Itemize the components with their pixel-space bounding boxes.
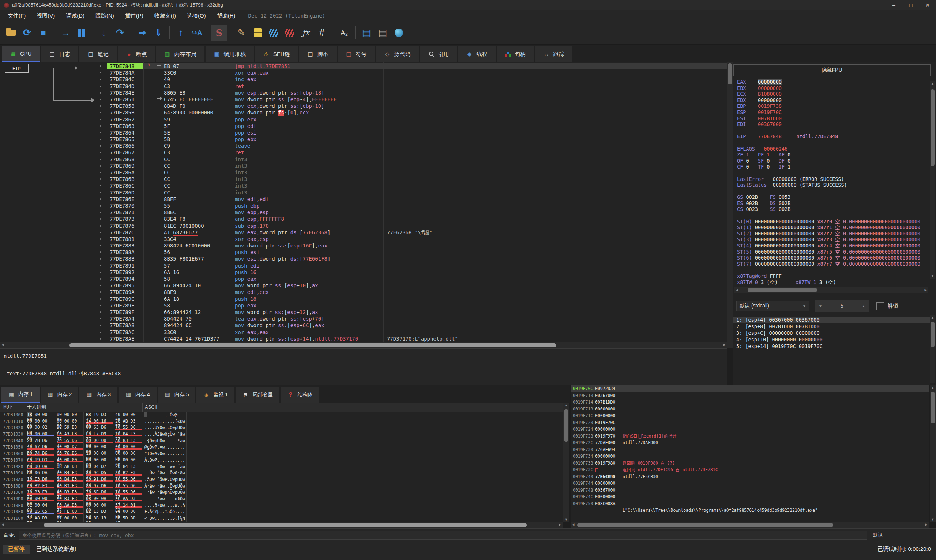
scrollbar-thumb[interactable] bbox=[577, 523, 833, 527]
breakpoint-gutter[interactable] bbox=[0, 335, 107, 342]
scrollbar-thumb[interactable] bbox=[728, 63, 732, 85]
minimize-button[interactable]: – bbox=[885, 0, 902, 10]
memory-map-button[interactable]: ▤ bbox=[375, 25, 391, 41]
breakpoint-gutter[interactable] bbox=[0, 176, 107, 182]
call-argument-row[interactable]: 5: [esp+14] 0019F70C 0019F70C bbox=[733, 343, 930, 349]
stack-row[interactable]: 0019F730 776AE694 bbox=[571, 446, 929, 453]
step-into-button[interactable]: ↓ bbox=[96, 25, 112, 41]
pause-button[interactable] bbox=[74, 25, 89, 41]
stack-row[interactable]: 0019F738 0019F980 返回到 0019F980 自 ??? bbox=[571, 460, 929, 467]
stack-row[interactable]: 0019F750 008C008A bbox=[571, 500, 929, 508]
tab-struct[interactable]: ? 结构体 bbox=[281, 387, 319, 403]
scrollbar-thumb[interactable] bbox=[69, 343, 556, 347]
breakpoint-gutter[interactable] bbox=[0, 196, 107, 203]
disasm-row[interactable]: 77DE7883 898424 6C010000 mov dword ptr s… bbox=[0, 242, 727, 249]
trace-coverage-into-button[interactable] bbox=[265, 25, 282, 41]
tab-notes[interactable]: ▤ 笔记 bbox=[79, 46, 117, 62]
expression-function-button[interactable]: ƒx bbox=[298, 25, 314, 41]
scrollbar-thumb[interactable] bbox=[930, 89, 934, 166]
dump-row[interactable]: 77D31100 3C A8 D3 77 01 00 00 00 9A 8B 1… bbox=[0, 515, 563, 522]
scrollbar-thumb[interactable] bbox=[748, 288, 817, 292]
step-out-button[interactable]: ↑ bbox=[173, 25, 189, 41]
tab-locals[interactable]: ⚑ 局部变量 bbox=[236, 387, 279, 403]
dump-row[interactable]: 77D310A0 10 E3 D6 77 20 B4 E3 77 50 91 D… bbox=[0, 477, 563, 483]
disasm-row[interactable]: 77DE7892 6A 16 push 16 bbox=[0, 269, 727, 275]
breakpoint-gutter[interactable] bbox=[0, 275, 107, 282]
disasm-row[interactable]: 77DE78AE C74424 14 7071D377 mov dword pt… bbox=[0, 335, 727, 342]
tab-threads[interactable]: ◆ 线程 bbox=[458, 46, 496, 62]
dump-row[interactable]: 77D31040 20 7B D6 77 70 55 D6 77 00 00 0… bbox=[0, 438, 563, 445]
disasm-row[interactable]: 77DE786C CC int3 bbox=[0, 182, 727, 189]
breakpoint-gutter[interactable] bbox=[0, 315, 107, 322]
disasm-row[interactable]: 77DE788B 8B35 F801E677 mov esi,dword ptr… bbox=[0, 255, 727, 262]
breakpoint-gutter[interactable] bbox=[0, 296, 107, 302]
disasm-row[interactable]: 77DE786B CC int3 bbox=[0, 176, 727, 182]
disasm-row[interactable]: 77DE7870 55 push ebp bbox=[0, 203, 727, 209]
breakpoint-gutter[interactable] bbox=[0, 263, 107, 269]
tab-handles[interactable]: 句柄 bbox=[497, 46, 534, 62]
breakpoint-gutter[interactable] bbox=[0, 143, 107, 149]
stack-row[interactable]: 0019F740 77E5CB30 ntdll.77E5CB30 bbox=[571, 473, 929, 480]
arg-depth-spinner[interactable]: ▼ 5 ▲ bbox=[814, 300, 870, 312]
assemble-button[interactable]: ✎ bbox=[233, 25, 250, 41]
memory-dump-view[interactable]: 地址 十六进制 ASCII 77D31000 18 00 00 00 00 00… bbox=[0, 403, 563, 522]
stack-vscrollbar[interactable]: ▲ ▼ bbox=[930, 385, 936, 522]
menu-help[interactable]: 帮助(H) bbox=[211, 12, 241, 19]
breakpoint-gutter[interactable] bbox=[0, 255, 107, 262]
tab-dump-4[interactable]: ▦ 内存 4 bbox=[119, 387, 157, 403]
disasm-row[interactable]: 77DE7865 5B pop ebx bbox=[0, 136, 727, 143]
tab-script[interactable]: ▤ 脚本 bbox=[299, 46, 336, 62]
breakpoint-gutter[interactable] bbox=[0, 209, 107, 216]
comment-button[interactable] bbox=[250, 25, 265, 41]
stack-view[interactable]: 0019F70C 00972D34 0019F710 00367000 0019… bbox=[571, 385, 929, 522]
breakpoint-gutter[interactable] bbox=[0, 302, 107, 309]
scrollbar-thumb[interactable] bbox=[44, 523, 527, 527]
menu-trace[interactable]: 跟踪(N) bbox=[90, 12, 120, 19]
dump-row[interactable]: 77D31020 00 00 02 00 DC 59 D3 77 00 63 D… bbox=[0, 425, 563, 431]
breakpoint-gutter[interactable] bbox=[0, 156, 107, 163]
disasm-row[interactable]: 77DE78A4 8D4424 70 lea eax,dword ptr ss:… bbox=[0, 315, 727, 322]
call-argument-row[interactable]: 4: [esp+10] 00000000 00000000 bbox=[733, 336, 930, 343]
breakpoint-gutter[interactable] bbox=[0, 329, 107, 335]
text-case-button[interactable]: A₂ bbox=[336, 25, 352, 41]
disasm-vscrollbar[interactable] bbox=[727, 62, 732, 348]
disasm-row[interactable]: 77DE784E 8B65 E8 mov esp,dword ptr ss:[e… bbox=[0, 89, 727, 96]
dump-row[interactable]: 77D31010 00 00 00 00 00 00 00 00 14 00 1… bbox=[0, 418, 563, 425]
call-argument-row[interactable]: 2: [esp+8] 007B1DD0 007B1DD0 bbox=[733, 323, 930, 330]
disasm-row[interactable]: 77DE787C A1 6823E677 mov eax,dword ptr d… bbox=[0, 229, 727, 236]
breakpoint-gutter[interactable] bbox=[0, 109, 107, 116]
disasm-row[interactable]: 77DE7858 8B4D F0 mov ecx,dword ptr ss:[e… bbox=[0, 103, 727, 109]
disassembly-view[interactable]: 77DE7848 EB 07 jmp ntdll.77DE7851 77DE78… bbox=[0, 62, 727, 342]
stack-row[interactable]: 0019F714 007B1DD0 bbox=[571, 399, 929, 406]
menu-plugins[interactable]: 插件(P) bbox=[120, 12, 149, 19]
scrollbar-thumb[interactable] bbox=[564, 409, 568, 442]
hide-fpu-button[interactable]: 隐藏FPU bbox=[733, 64, 930, 76]
menu-debug[interactable]: 调试(D) bbox=[60, 12, 90, 19]
breakpoint-gutter[interactable] bbox=[0, 123, 107, 129]
breakpoint-gutter[interactable] bbox=[0, 249, 107, 255]
breakpoint-gutter[interactable] bbox=[0, 289, 107, 295]
dump-row[interactable]: 77D31050 40 67 D6 77 50 08 D7 77 00 00 0… bbox=[0, 444, 563, 451]
stack-row[interactable]: 0019F74C 00000000 bbox=[571, 494, 929, 500]
registers-hscrollbar[interactable]: ◀ ▶ bbox=[734, 287, 928, 293]
dump-row[interactable]: 77D31090 A0 06 DA 77 20 B4 E3 77 80 9C D… bbox=[0, 470, 563, 477]
register-list[interactable]: EAX 00000000EBX 00000000ECX B1080000EDX … bbox=[737, 79, 930, 286]
disasm-row[interactable]: 77DE78A8 894424 6C mov dword ptr ss:[esp… bbox=[0, 322, 727, 329]
stack-row[interactable]: 0019F718 00000000 bbox=[571, 406, 929, 413]
run-button[interactable]: → bbox=[57, 25, 74, 41]
stop-button[interactable]: ■ bbox=[35, 25, 51, 41]
registers-vscrollbar[interactable]: ▲ ▼ bbox=[930, 81, 935, 278]
disasm-row[interactable]: 77DE785B 64:890D 00000000 mov dword ptr … bbox=[0, 109, 727, 116]
tab-source[interactable]: ◇ 源代码 bbox=[376, 46, 419, 62]
disasm-row[interactable]: 77DE786D CC int3 bbox=[0, 189, 727, 196]
menu-view[interactable]: 视图(V) bbox=[31, 12, 60, 19]
menu-favourites[interactable]: 收藏夹(I) bbox=[149, 12, 181, 19]
disasm-row[interactable]: 77DE788A 56 push esi bbox=[0, 249, 727, 255]
skip-next-button[interactable]: ⇓ bbox=[150, 25, 167, 41]
restart-button[interactable]: ⟳ bbox=[19, 25, 35, 41]
open-file-button[interactable] bbox=[3, 25, 19, 41]
dump-row[interactable]: 77D31060 B0 74 D6 77 C0 76 D6 77 18 00 0… bbox=[0, 451, 563, 457]
stack-hscrollbar[interactable]: ◀ ▶ bbox=[571, 522, 929, 528]
tab-dump-2[interactable]: ▦ 内存 2 bbox=[41, 387, 79, 403]
tab-dump-5[interactable]: ▦ 内存 5 bbox=[158, 387, 196, 403]
